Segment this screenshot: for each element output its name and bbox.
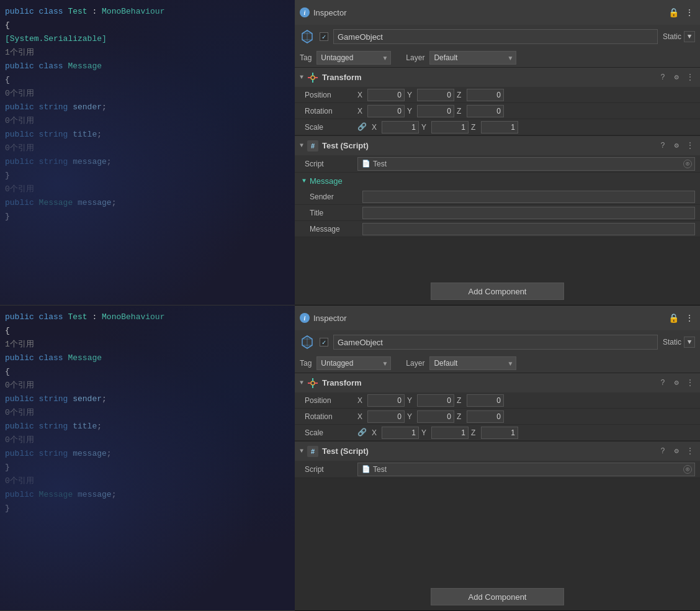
info-icon-top: i <box>300 7 310 17</box>
bottom-static-dropdown[interactable]: ▼ <box>684 337 695 348</box>
code-line: public class Test : MonoBehaviour <box>0 310 295 324</box>
top-transform-help[interactable]: ? <box>658 73 668 83</box>
top-message-input[interactable] <box>362 223 695 235</box>
top-script-circle-btn[interactable]: ◎ <box>683 160 692 168</box>
bottom-script-icon: # <box>307 446 318 457</box>
code-line: public string title; <box>0 420 295 433</box>
lock-icon-top[interactable]: 🔒 <box>668 7 679 18</box>
inspector-panel: i Inspector 🔒 ⋮ GameObject Static ▼ Tag <box>295 0 700 611</box>
top-title-input[interactable] <box>362 207 695 219</box>
top-gameobject-checkbox[interactable] <box>320 32 328 41</box>
bottom-transform-collapse[interactable]: ▼ <box>300 379 303 386</box>
bottom-transform-settings[interactable]: ⚙ <box>671 378 681 388</box>
top-script-file-icon: 📄 <box>362 160 370 168</box>
bottom-rot-x[interactable] <box>367 410 405 423</box>
bottom-transform-header: ▼ Transform ? ⚙ ⋮ <box>295 373 700 392</box>
top-layer-dropdown[interactable]: Default ▼ <box>429 51 516 65</box>
top-message-title: Message <box>310 176 343 186</box>
top-pos-z[interactable] <box>467 89 504 101</box>
top-scale-z[interactable] <box>481 121 518 134</box>
top-script-settings[interactable]: ⚙ <box>671 141 681 151</box>
top-pos-y[interactable] <box>417 89 454 101</box>
code-line: 0个引用 <box>0 379 295 392</box>
bottom-header-icons: 🔒 ⋮ <box>668 312 695 324</box>
top-scale-y[interactable] <box>431 121 469 134</box>
top-gameobject-row: GameObject Static ▼ <box>295 25 700 48</box>
bottom-inspector-title: Inspector <box>313 314 664 323</box>
bottom-transform-name: Transform <box>322 378 654 387</box>
code-line: public Message message; <box>0 488 295 502</box>
top-script-menu[interactable]: ⋮ <box>685 141 695 151</box>
bottom-pos-z[interactable] <box>467 394 504 407</box>
bottom-script-file-name: Test <box>373 465 387 474</box>
top-pos-x[interactable] <box>367 89 405 101</box>
bottom-tag-dropdown[interactable]: Untagged ▼ <box>316 356 391 370</box>
bottom-transform-menu[interactable]: ⋮ <box>685 378 695 388</box>
top-rot-y[interactable] <box>417 105 454 117</box>
bottom-transform-actions: ? ⚙ ⋮ <box>658 378 695 388</box>
lock-icon-bottom[interactable]: 🔒 <box>668 312 679 324</box>
top-script-file-name: Test <box>373 160 387 168</box>
svg-point-5 <box>311 381 315 385</box>
bottom-add-component-button[interactable]: Add Component <box>431 588 565 605</box>
top-transform-menu[interactable]: ⋮ <box>685 73 695 83</box>
bottom-pos-x[interactable] <box>367 394 405 407</box>
bottom-rot-z[interactable] <box>467 410 504 423</box>
bottom-pos-y[interactable] <box>417 394 454 407</box>
top-static-dropdown[interactable]: ▼ <box>684 31 695 42</box>
bottom-gameobject-name[interactable]: GameObject <box>333 335 658 350</box>
top-rot-z[interactable] <box>467 105 504 117</box>
bottom-script-file-icon: 📄 <box>362 465 370 473</box>
top-gameobject-name[interactable]: GameObject <box>333 29 658 44</box>
bottom-gameobject-checkbox[interactable] <box>320 338 328 346</box>
code-line: 0个引用 <box>0 114 295 128</box>
bottom-scale-z[interactable] <box>481 427 518 439</box>
top-inspector-header: i Inspector 🔒 ⋮ <box>295 0 700 25</box>
top-script-value-field: 📄 Test ◎ <box>357 157 695 171</box>
bottom-script-menu[interactable]: ⋮ <box>685 446 695 456</box>
bottom-scale-y[interactable] <box>431 427 469 439</box>
top-transform-header: ▼ Transform ? ⚙ ⋮ <box>295 67 700 87</box>
code-line: { <box>0 73 295 87</box>
top-script-help[interactable]: ? <box>658 141 668 151</box>
bottom-script-collapse[interactable]: ▼ <box>300 448 303 455</box>
code-line: { <box>0 324 295 338</box>
bottom-layer-dropdown[interactable]: Default ▼ <box>429 356 516 370</box>
menu-icon-top[interactable]: ⋮ <box>684 7 695 18</box>
bottom-script-value-field: 📄 Test ◎ <box>357 463 695 476</box>
top-scale-lock: 🔗 <box>357 122 367 132</box>
bottom-position-label: Position <box>305 396 357 405</box>
code-line: public Message message; <box>0 196 295 210</box>
top-sender-input[interactable] <box>362 191 695 203</box>
top-tag-dropdown[interactable]: Untagged ▼ <box>316 51 391 65</box>
bottom-scale-label: Scale <box>305 428 357 437</box>
bottom-scale-row: Scale 🔗 X Y Z <box>295 425 700 441</box>
code-line: public string sender; <box>0 392 295 406</box>
top-rot-x[interactable] <box>367 105 405 117</box>
top-rotation-xyz: X Y Z <box>357 105 695 117</box>
bottom-scale-xyz: 🔗 X Y Z <box>357 427 695 439</box>
bottom-scale-x[interactable] <box>382 427 419 439</box>
bottom-script-help[interactable]: ? <box>658 446 668 456</box>
code-line: 1个引用 <box>0 338 295 351</box>
menu-icon-bottom[interactable]: ⋮ <box>684 312 695 324</box>
bottom-script-circle-btn[interactable]: ◎ <box>683 465 692 474</box>
top-message-collapse[interactable]: ▼ <box>302 178 306 184</box>
top-add-component-row: Add Component <box>295 278 700 305</box>
top-layer-label: Layer <box>406 53 424 62</box>
bottom-script-settings[interactable]: ⚙ <box>671 446 681 456</box>
code-line: 0个引用 <box>0 142 295 155</box>
top-script-collapse[interactable]: ▼ <box>300 142 303 149</box>
top-transform-settings[interactable]: ⚙ <box>671 73 681 83</box>
top-message-header: ▼ Message <box>295 173 700 189</box>
top-add-component-button[interactable]: Add Component <box>431 283 565 300</box>
bottom-rot-y[interactable] <box>417 410 454 423</box>
top-static-group: Static ▼ <box>663 31 695 42</box>
top-tag-layer-row: Tag Untagged ▼ Layer Default ▼ <box>295 48 700 67</box>
top-message-section: ▼ Message Sender Title Message <box>295 173 700 237</box>
top-scale-x[interactable] <box>382 121 419 134</box>
top-rotation-row: Rotation X Y Z <box>295 103 700 119</box>
top-transform-collapse[interactable]: ▼ <box>300 74 303 81</box>
top-tag-label: Tag <box>300 53 312 62</box>
bottom-transform-help[interactable]: ? <box>658 378 668 388</box>
